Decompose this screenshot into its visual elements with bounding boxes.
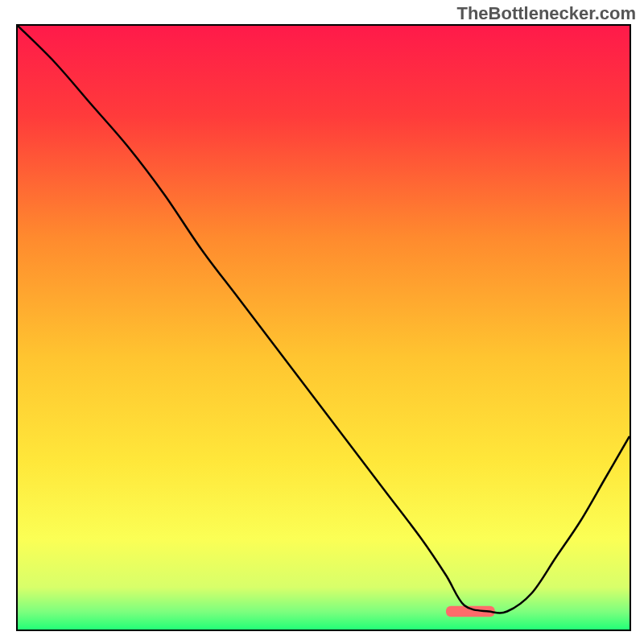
plot-area — [16, 24, 631, 631]
chart-svg — [18, 26, 630, 630]
chart-container: TheBottlenecker.com — [0, 0, 644, 644]
gradient-background — [18, 26, 630, 630]
watermark-text: TheBottlenecker.com — [456, 3, 636, 24]
